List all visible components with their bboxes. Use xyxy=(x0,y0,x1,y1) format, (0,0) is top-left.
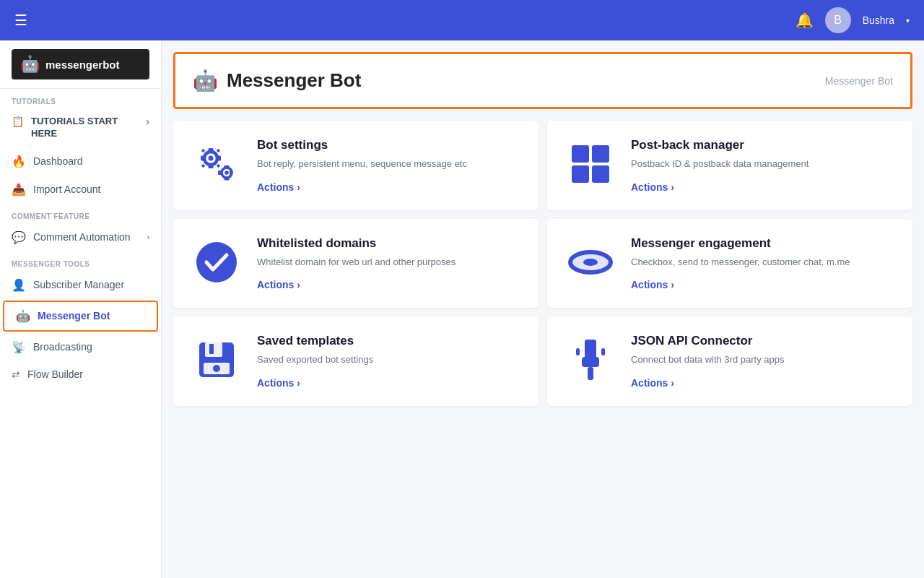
grid-cell-3 xyxy=(572,165,589,183)
svg-rect-7 xyxy=(217,164,221,168)
svg-point-1 xyxy=(209,156,214,161)
saved-templates-title: Saved templates xyxy=(257,334,521,348)
svg-rect-14 xyxy=(218,171,222,175)
page-header-left: 🤖 Messenger Bot xyxy=(193,69,361,92)
engagement-actions-label: Actions xyxy=(631,279,668,290)
page-header-bot-icon: 🤖 xyxy=(193,69,218,92)
json-api-actions[interactable]: Actions › xyxy=(631,377,895,389)
navbar-left: ☰ xyxy=(14,12,27,29)
bot-settings-title: Bot settings xyxy=(257,138,521,152)
cards-grid: Bot settings Bot reply, persistent menu,… xyxy=(162,109,924,418)
sidebar-item-messenger-bot[interactable]: 🤖 Messenger Bot xyxy=(3,301,158,332)
sidebar-item-comment-automation[interactable]: 💬 Comment Automation › xyxy=(0,223,161,251)
sidebar-section-comment-label: COMMENT FEATURE xyxy=(0,204,161,223)
card-saved-templates: Saved templates Saved exported bot setti… xyxy=(173,316,539,406)
engagement-desc: Checkbox, send to messenger, customer ch… xyxy=(631,255,895,269)
svg-rect-27 xyxy=(588,367,593,380)
sidebar-item-broadcasting[interactable]: 📡 Broadcasting xyxy=(0,333,161,361)
json-api-actions-label: Actions xyxy=(631,377,668,389)
save-icon xyxy=(193,337,240,383)
sidebar-item-import-account[interactable]: 📥 Import Account xyxy=(0,176,161,204)
grid-cell-4 xyxy=(592,165,609,183)
plug-icon xyxy=(567,337,614,383)
messenger-bot-icon: 🤖 xyxy=(16,309,30,323)
import-account-label: Import Account xyxy=(33,184,100,195)
svg-rect-25 xyxy=(585,340,596,358)
sidebar-item-flow-builder[interactable]: ⇄ Flow Builder xyxy=(0,361,161,387)
bot-settings-actions-label: Actions xyxy=(257,181,294,193)
chevron-right-icon-2: › xyxy=(147,233,149,241)
sidebar-section-tools-label: MESSENGER TOOLS xyxy=(0,251,161,271)
page-title: Messenger Bot xyxy=(227,69,361,92)
svg-point-19 xyxy=(583,259,598,266)
post-back-desc: Postback ID & postback data management xyxy=(631,157,895,171)
svg-rect-29 xyxy=(601,348,605,355)
engagement-icon-wrap xyxy=(565,236,616,288)
whitelisted-actions-label: Actions xyxy=(257,279,294,290)
card-whitelisted-domains: Whitelisted domains Whitelist domain for… xyxy=(173,219,539,309)
engagement-title: Messenger engagement xyxy=(631,236,895,251)
chevron-right-icon-bs: › xyxy=(297,181,300,193)
comment-icon: 💬 xyxy=(12,230,26,244)
whitelisted-actions[interactable]: Actions › xyxy=(257,279,521,290)
sidebar-logo: 🤖 messengerbot xyxy=(0,40,161,89)
ring-icon xyxy=(567,239,614,285)
flow-builder-label: Flow Builder xyxy=(27,368,83,380)
card-json-api-connector: JSON API Connector Connect bot data with… xyxy=(547,316,912,406)
hamburger-button[interactable]: ☰ xyxy=(14,12,27,29)
post-back-title: Post-back manager xyxy=(631,138,895,152)
bot-settings-icon-wrap xyxy=(191,138,243,190)
saved-templates-actions-label: Actions xyxy=(257,377,294,389)
check-circle-icon xyxy=(193,239,240,285)
json-api-desc: Connect bot data with 3rd party apps xyxy=(631,353,895,367)
bot-settings-desc: Bot reply, persistent menu, sequence mes… xyxy=(257,157,521,171)
saved-templates-icon-wrap xyxy=(191,334,243,386)
chevron-right-icon-ja: › xyxy=(671,377,674,389)
svg-point-24 xyxy=(213,365,220,372)
svg-rect-6 xyxy=(201,149,206,153)
chevron-down-icon[interactable]: ▾ xyxy=(906,17,910,25)
bell-icon[interactable]: 🔔 xyxy=(796,12,814,29)
navbar: ☰ 🔔 B Bushra ▾ xyxy=(0,0,924,40)
chevron-right-icon-wd: › xyxy=(297,279,300,290)
post-back-actions[interactable]: Actions › xyxy=(631,181,895,193)
logo-box: 🤖 messengerbot xyxy=(12,49,149,79)
json-api-content: JSON API Connector Connect bot data with… xyxy=(631,334,895,389)
bot-settings-actions[interactable]: Actions › xyxy=(257,181,521,193)
subscriber-icon: 👤 xyxy=(12,278,26,292)
json-api-title: JSON API Connector xyxy=(631,334,895,348)
whitelisted-content: Whitelisted domains Whitelist domain for… xyxy=(257,236,521,291)
comment-automation-label: Comment Automation xyxy=(33,231,131,243)
svg-point-11 xyxy=(225,171,229,175)
grid-cell-2 xyxy=(592,145,609,163)
bot-settings-content: Bot settings Bot reply, persistent menu,… xyxy=(257,138,521,193)
sidebar-item-tutorials-start[interactable]: 📋 TUTORIALS START HERE › xyxy=(0,108,161,147)
sidebar-section-tutorials-label: TUTORIALS xyxy=(0,89,161,108)
logo-text: messengerbot xyxy=(45,59,120,71)
dashboard-icon: 🔥 xyxy=(12,155,26,168)
flow-builder-icon: ⇄ xyxy=(12,368,20,380)
saved-templates-desc: Saved exported bot settings xyxy=(257,353,521,367)
svg-rect-28 xyxy=(576,348,580,355)
whitelisted-desc: Whitelist domain for web url and other p… xyxy=(257,255,521,269)
svg-rect-3 xyxy=(209,165,214,168)
svg-rect-5 xyxy=(217,156,221,161)
post-back-icon-wrap xyxy=(565,138,616,190)
sidebar: 🤖 messengerbot TUTORIALS 📋 TUTORIALS STA… xyxy=(0,40,162,578)
sidebar-item-dashboard[interactable]: 🔥 Dashboard xyxy=(0,147,161,176)
tutorials-icon: 📋 xyxy=(12,116,24,127)
sidebar-item-subscriber-manager[interactable]: 👤 Subscriber Manager xyxy=(0,271,161,299)
svg-rect-22 xyxy=(209,344,214,354)
main-content: 🤖 Messenger Bot Messenger Bot xyxy=(162,40,924,578)
engagement-content: Messenger engagement Checkbox, send to m… xyxy=(631,236,895,291)
page-header: 🤖 Messenger Bot Messenger Bot xyxy=(173,52,912,109)
svg-rect-9 xyxy=(201,164,206,168)
grid-cell-1 xyxy=(572,145,589,163)
engagement-actions[interactable]: Actions › xyxy=(631,279,895,290)
saved-templates-actions[interactable]: Actions › xyxy=(257,377,521,389)
card-post-back-manager: Post-back manager Postback ID & postback… xyxy=(547,121,912,210)
broadcasting-label: Broadcasting xyxy=(33,341,92,353)
card-bot-settings: Bot settings Bot reply, persistent menu,… xyxy=(173,121,539,210)
logo-icon: 🤖 xyxy=(20,55,40,74)
chevron-right-icon-pb: › xyxy=(671,181,674,193)
